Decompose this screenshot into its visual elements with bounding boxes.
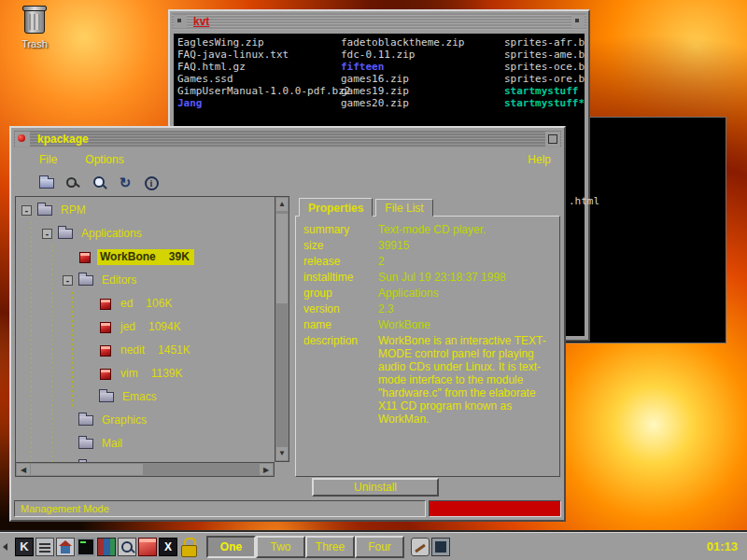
- file-name[interactable]: sprites-oce.bmp.gz: [504, 61, 585, 73]
- file-name[interactable]: fdc-0.11.zip: [341, 49, 504, 61]
- tree-vertical-scrollbar[interactable]: ▲ ▼: [275, 196, 289, 462]
- file-name[interactable]: games19.zip: [341, 85, 504, 97]
- property-row-installtime: installtimeSun Jul 19 23:18:37 1998: [303, 271, 556, 284]
- tree-item-vim[interactable]: vim1139K: [16, 362, 275, 385]
- maximize-button[interactable]: [545, 132, 560, 147]
- trash-icon[interactable]: Trash: [13, 9, 56, 49]
- tree-item-jed[interactable]: jed1094K: [16, 315, 275, 339]
- file-name[interactable]: GimpUserManual-1.0.0-pdf.bz2: [177, 85, 341, 97]
- info-button[interactable]: [138, 172, 164, 194]
- key-button[interactable]: [60, 172, 86, 194]
- taskbar-lock-button[interactable]: [178, 536, 199, 558]
- property-value: 39915: [378, 239, 556, 252]
- file-name[interactable]: fifteen: [341, 61, 504, 73]
- tree-item-graphics[interactable]: Graphics: [16, 409, 275, 432]
- find-icon: [118, 538, 136, 556]
- file-name[interactable]: Jang: [177, 97, 341, 109]
- property-value: Text-mode CD player.: [378, 223, 556, 236]
- taskbar-kpackage-button[interactable]: [137, 536, 158, 558]
- scroll-up-icon[interactable]: ▲: [276, 198, 288, 211]
- file-name[interactable]: startmystuff: [504, 85, 578, 97]
- tree-item-emacs[interactable]: Emacs: [16, 385, 275, 409]
- tree-item-rpm[interactable]: -RPM: [16, 199, 275, 222]
- window-menu-button[interactable]: [15, 132, 30, 147]
- open-folder-button[interactable]: [34, 172, 60, 194]
- taskbar-terminal-button[interactable]: [76, 536, 96, 558]
- horizontal-scroll-thumb[interactable]: [31, 464, 143, 475]
- package-icon: [100, 299, 111, 310]
- tree-item-workbone[interactable]: WorkBone39K: [16, 245, 275, 269]
- taskbar-gimp-button[interactable]: [410, 536, 430, 558]
- tree-guide-line: [42, 269, 63, 292]
- tree-item-size: 106K: [146, 297, 172, 310]
- tree-guide-line: [42, 455, 63, 462]
- tree-guide-line: [42, 292, 63, 315]
- scroll-down-icon[interactable]: ▼: [276, 447, 288, 460]
- file-name[interactable]: EaglesWing.zip: [177, 36, 341, 49]
- search-button[interactable]: [86, 172, 112, 194]
- tab-file-list[interactable]: File List: [375, 199, 432, 217]
- taskbar-home-button[interactable]: [55, 536, 76, 558]
- lock-icon: [179, 538, 198, 556]
- expander-icon[interactable]: -: [42, 229, 52, 239]
- file-name[interactable]: FAQ.html.gz: [177, 61, 341, 73]
- tab-properties[interactable]: Properties: [299, 198, 373, 217]
- workspace-three-button[interactable]: Three: [305, 536, 355, 558]
- taskbar-k-menu-button[interactable]: [14, 536, 35, 558]
- file-name[interactable]: games16.zip: [341, 73, 504, 85]
- taskbar-monitor-button[interactable]: [430, 536, 451, 558]
- property-row-name: nameWorkBone: [303, 318, 556, 331]
- menu-options[interactable]: Options: [85, 153, 123, 166]
- menu-help[interactable]: Help: [528, 153, 551, 166]
- tree-item-size: 39K: [169, 250, 190, 263]
- package-tree-panel: -RPM-ApplicationsWorkBone39K-Editorsed10…: [15, 196, 289, 477]
- k-menu-icon: [15, 538, 34, 556]
- vertical-scroll-thumb[interactable]: [276, 214, 288, 303]
- scroll-right-icon[interactable]: ▶: [260, 464, 273, 475]
- taskbar-help-books-button[interactable]: [96, 536, 117, 558]
- tree-item-label: RPM: [61, 203, 86, 217]
- workspace-one-button[interactable]: One: [206, 536, 256, 558]
- taskbar-x11-button[interactable]: [158, 536, 178, 558]
- tree-item-math[interactable]: Math: [16, 455, 275, 462]
- tree-item-ed[interactable]: ed106K: [16, 292, 275, 315]
- taskbar-find-button[interactable]: [117, 536, 137, 558]
- taskbar-window-list-button[interactable]: [35, 536, 55, 558]
- file-name[interactable]: sprites-ame.bmp: [504, 49, 585, 61]
- tree-item-nedit[interactable]: nedit1451K: [16, 339, 275, 362]
- reload-button[interactable]: [112, 172, 138, 194]
- workspace-two-button[interactable]: Two: [256, 536, 305, 558]
- tree-guide-line: [21, 409, 42, 432]
- file-name[interactable]: startmystuff*: [504, 97, 585, 109]
- file-name[interactable]: FAQ-java-linux.txt: [177, 49, 341, 61]
- statusbar: Management Mode: [11, 499, 564, 520]
- file-name[interactable]: games20.zip: [341, 97, 504, 109]
- property-row-release: release2: [303, 255, 556, 268]
- action-row: Uninstall: [11, 477, 564, 499]
- workspace-four-button[interactable]: Four: [355, 536, 404, 558]
- menu-file[interactable]: File: [39, 153, 57, 166]
- expander-icon[interactable]: -: [63, 275, 73, 286]
- window-menu-icon: [18, 134, 25, 142]
- file-name[interactable]: sprites-ore.bmp: [504, 73, 585, 85]
- tree-item-mail[interactable]: Mail: [16, 432, 275, 455]
- tree-horizontal-scrollbar[interactable]: ◀ ▶: [15, 462, 275, 477]
- status-text: Management Mode: [14, 500, 426, 517]
- panel-hide-left-button[interactable]: [2, 536, 10, 558]
- terminal-sticky-button[interactable]: [571, 15, 585, 28]
- expander-icon[interactable]: -: [21, 205, 32, 216]
- uninstall-button[interactable]: Uninstall: [312, 478, 439, 497]
- tree-guide-line: [21, 455, 42, 462]
- terminal-icon: [77, 538, 95, 556]
- trash-can-icon: [24, 9, 45, 34]
- terminal-menu-button[interactable]: [174, 15, 187, 28]
- scroll-left-icon[interactable]: ◀: [17, 464, 30, 475]
- tree-item-editors[interactable]: -Editors: [16, 269, 275, 292]
- file-name[interactable]: sprites-afr.bmp: [504, 36, 585, 49]
- package-icon: [100, 322, 111, 333]
- kpackage-titlebar[interactable]: kpackage: [14, 131, 561, 147]
- tree-item-applications[interactable]: -Applications: [16, 222, 275, 245]
- terminal-titlebar[interactable]: kvt: [172, 13, 586, 30]
- file-name[interactable]: fadetoblacktheme.zip: [341, 36, 504, 49]
- file-name[interactable]: Games.ssd: [177, 73, 341, 85]
